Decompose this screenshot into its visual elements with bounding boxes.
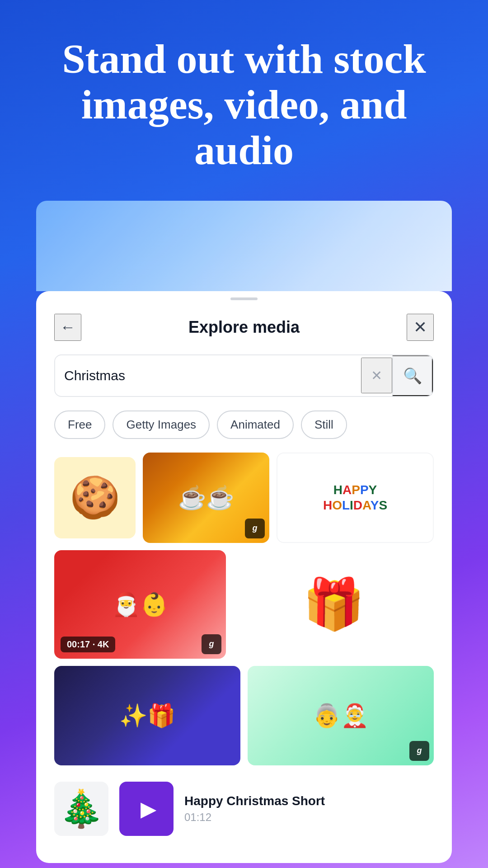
media-grid-row-1: 🍪 g HAPPY HOLIDAYS xyxy=(54,453,434,543)
audio-duration: 01:12 xyxy=(184,811,434,824)
back-button[interactable]: ← xyxy=(54,314,81,341)
search-bar: ✕ 🔍 xyxy=(54,354,434,397)
audio-title: Happy Christmas Short xyxy=(184,794,434,808)
gingerbread-sticker-item[interactable]: 🍪 xyxy=(54,457,136,538)
audio-item-row[interactable]: 🎄 ▶ Happy Christmas Short 01:12 xyxy=(54,773,434,845)
filter-getty-images[interactable]: Getty Images xyxy=(113,410,210,439)
audio-play-button[interactable]: ▶ xyxy=(119,782,174,836)
grandma-child-photo-item[interactable]: g xyxy=(248,666,434,765)
baby-santa-hat-video-item[interactable]: 00:17 · 4K g xyxy=(54,550,226,659)
happy-holidays-text-image-item[interactable]: HAPPY HOLIDAYS xyxy=(277,453,434,543)
getty-badge-video: g xyxy=(202,634,221,654)
search-submit-button[interactable]: 🔍 xyxy=(392,355,433,396)
getty-badge: g xyxy=(245,519,265,538)
search-clear-button[interactable]: ✕ xyxy=(361,358,392,393)
close-icon: ✕ xyxy=(413,318,427,337)
close-button[interactable]: ✕ xyxy=(407,314,434,341)
search-icon: 🔍 xyxy=(403,367,422,385)
video-duration-badge: 00:17 · 4K xyxy=(61,637,115,652)
audio-info: Happy Christmas Short 01:12 xyxy=(184,794,434,824)
modal-drag-handle[interactable] xyxy=(230,297,258,300)
media-grid-row-3: g xyxy=(54,666,434,765)
explore-media-modal: ← Explore media ✕ ✕ 🔍 Free Getty Images xyxy=(36,291,452,863)
happy-holidays-text: HAPPY HOLIDAYS xyxy=(319,478,392,517)
filter-animated[interactable]: Animated xyxy=(217,410,294,439)
back-arrow-icon: ← xyxy=(60,318,75,336)
filter-chips: Free Getty Images Animated Still xyxy=(36,410,452,453)
child-lights-photo-item[interactable] xyxy=(54,666,240,765)
filter-still[interactable]: Still xyxy=(301,410,347,439)
gingerbread-icon: 🍪 xyxy=(70,474,120,521)
modal-header: ← Explore media ✕ xyxy=(36,291,452,354)
audio-tree-thumbnail: 🎄 xyxy=(54,782,108,836)
clear-icon: ✕ xyxy=(371,368,382,383)
media-grid-row-2: 00:17 · 4K g 🎁 xyxy=(54,550,434,659)
modal-title: Explore media xyxy=(188,318,300,337)
christmas-mugs-photo-item[interactable]: g xyxy=(143,453,269,543)
play-icon: ▶ xyxy=(141,797,156,821)
gift-box-icon: 🎁 xyxy=(303,575,365,633)
christmas-gift-sticker-item[interactable]: 🎁 xyxy=(233,550,434,659)
modal-background-image xyxy=(36,201,452,291)
search-input[interactable] xyxy=(55,357,361,394)
media-grid: 🍪 g HAPPY HOLIDAYS xyxy=(36,453,452,845)
getty-badge-grandma: g xyxy=(409,741,429,761)
hero-section: Stand out with stock images, video, and … xyxy=(0,0,488,201)
christmas-tree-icon: 🎄 xyxy=(59,788,104,830)
filter-free[interactable]: Free xyxy=(54,410,105,439)
hero-title: Stand out with stock images, video, and … xyxy=(36,36,452,174)
modal-wrapper: ← Explore media ✕ ✕ 🔍 Free Getty Images xyxy=(36,201,452,863)
